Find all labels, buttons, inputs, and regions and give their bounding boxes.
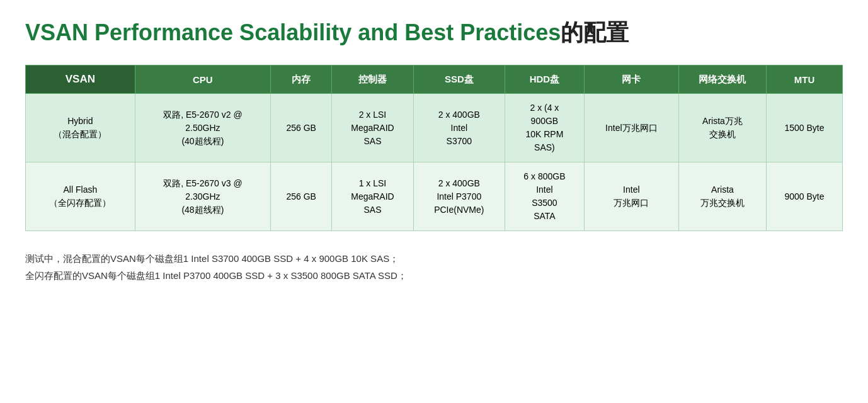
main-table: VSAN CPU 内存 控制器 SSD盘 HDD盘 网卡 网络交换机 MTU H… bbox=[25, 65, 843, 231]
header-switch: 网络交换机 bbox=[678, 65, 766, 94]
hybrid-cpu: 双路, E5-2670 v2 @2.50GHz(40超线程) bbox=[135, 94, 270, 162]
footer-line1: 测试中，混合配置的VSAN每个磁盘组1 Intel S3700 400GB SS… bbox=[25, 250, 843, 267]
allflash-cpu: 双路, E5-2670 v3 @2.30GHz(48超线程) bbox=[135, 162, 270, 231]
table-row: All Flash（全闪存配置） 双路, E5-2670 v3 @2.30GHz… bbox=[26, 162, 843, 231]
hybrid-switch: Arista万兆交换机 bbox=[678, 94, 766, 162]
header-hdd: HDD盘 bbox=[505, 65, 585, 94]
header-mtu: MTU bbox=[766, 65, 842, 94]
header-controller: 控制器 bbox=[332, 65, 413, 94]
allflash-vsan: All Flash（全闪存配置） bbox=[26, 162, 135, 231]
hybrid-vsan: Hybrid（混合配置） bbox=[26, 94, 135, 162]
allflash-memory: 256 GB bbox=[271, 162, 332, 231]
hybrid-controller: 2 x LSIMegaRAIDSAS bbox=[332, 94, 413, 162]
allflash-mtu: 9000 Byte bbox=[766, 162, 842, 231]
allflash-controller: 1 x LSIMegaRAIDSAS bbox=[332, 162, 413, 231]
title-part2: 的配置 bbox=[561, 20, 629, 45]
header-memory: 内存 bbox=[271, 65, 332, 94]
header-vsan: VSAN bbox=[26, 65, 135, 94]
footer-line2: 全闪存配置的VSAN每个磁盘组1 Intel P3700 400GB SSD +… bbox=[25, 267, 843, 284]
hybrid-ssd: 2 x 400GBIntelS3700 bbox=[413, 94, 505, 162]
hybrid-mtu: 1500 Byte bbox=[766, 94, 842, 162]
hybrid-hdd: 2 x (4 x900GB10K RPMSAS) bbox=[505, 94, 585, 162]
allflash-hdd: 6 x 800GBIntelS3500SATA bbox=[505, 162, 585, 231]
allflash-ssd: 2 x 400GBIntel P3700PCIe(NVMe) bbox=[413, 162, 505, 231]
table-row: Hybrid（混合配置） 双路, E5-2670 v2 @2.50GHz(40超… bbox=[26, 94, 843, 162]
title-part1: VSAN Performance Scalability and Best Pr… bbox=[25, 20, 561, 45]
page-title: VSAN Performance Scalability and Best Pr… bbox=[25, 19, 843, 46]
allflash-switch: Arista万兆交换机 bbox=[678, 162, 766, 231]
hybrid-nic: Intel万兆网口 bbox=[584, 94, 678, 162]
allflash-nic: Intel万兆网口 bbox=[584, 162, 678, 231]
header-nic: 网卡 bbox=[584, 65, 678, 94]
header-cpu: CPU bbox=[135, 65, 270, 94]
footer-text: 测试中，混合配置的VSAN每个磁盘组1 Intel S3700 400GB SS… bbox=[25, 250, 843, 284]
header-ssd: SSD盘 bbox=[413, 65, 505, 94]
hybrid-memory: 256 GB bbox=[271, 94, 332, 162]
